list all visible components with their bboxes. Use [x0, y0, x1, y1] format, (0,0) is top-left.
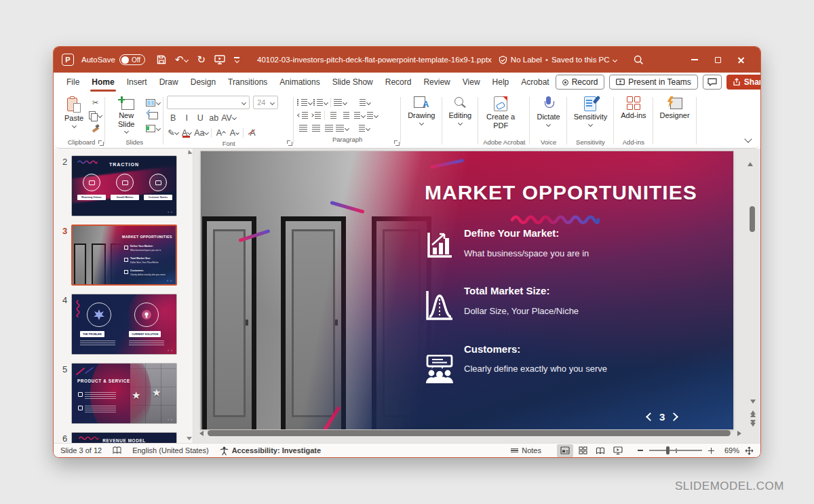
accessibility-checker[interactable]: Accessibility: Investigate: [214, 446, 326, 455]
change-case-button[interactable]: Aa: [194, 126, 208, 139]
redo-icon[interactable]: ↻: [197, 55, 206, 65]
editing-button[interactable]: Editing: [446, 94, 476, 125]
character-spacing-button[interactable]: AV: [221, 111, 236, 124]
spell-check-button[interactable]: [107, 446, 127, 454]
clipboard-dialog-launcher[interactable]: [98, 140, 104, 146]
decrease-indent-button[interactable]: [297, 110, 309, 121]
dictate-button[interactable]: Dictate: [533, 94, 563, 126]
zoom-level[interactable]: 69%: [716, 446, 739, 454]
justify-button[interactable]: [336, 123, 349, 134]
tab-draw[interactable]: Draw: [153, 73, 185, 92]
cut-button[interactable]: ✂: [89, 97, 102, 108]
grow-font-button[interactable]: A: [214, 126, 227, 139]
notes-toggle[interactable]: Notes: [505, 446, 547, 454]
reading-view-button[interactable]: [592, 444, 608, 457]
addins-button[interactable]: Add-ins: [617, 94, 649, 120]
tab-view[interactable]: View: [457, 73, 486, 92]
vertical-scroll-thumb[interactable]: [750, 206, 755, 232]
align-left-button[interactable]: [297, 123, 309, 134]
slide-thumbnail-5[interactable]: ★ ★ PRODUCT & SERVICE ‹ ›: [71, 363, 177, 424]
left-to-right-button[interactable]: [328, 110, 339, 121]
columns-button[interactable]: [353, 110, 365, 121]
slideshow-from-start-icon[interactable]: [214, 55, 225, 64]
zoom-slider-thumb[interactable]: [666, 446, 670, 454]
next-slide-button[interactable]: [748, 420, 758, 427]
tab-design[interactable]: Design: [185, 73, 222, 92]
reset-slide-button[interactable]: [146, 110, 160, 121]
line-spacing-button[interactable]: [334, 97, 347, 108]
tab-review[interactable]: Review: [417, 73, 456, 92]
previous-slide-button[interactable]: [748, 410, 758, 417]
section-body-textbox[interactable]: Dollar Size, Your Place/Niche: [464, 306, 579, 316]
tab-record[interactable]: Record: [379, 73, 418, 92]
zoom-slider[interactable]: [649, 450, 702, 451]
record-button[interactable]: Record: [556, 75, 605, 90]
slideshow-view-button[interactable]: [610, 444, 626, 457]
align-center-button[interactable]: [310, 123, 322, 134]
slide-layout-button[interactable]: [146, 97, 160, 108]
tab-help[interactable]: Help: [486, 73, 516, 92]
slide-canvas[interactable]: MARKET OPPORTUNITIES Define Your Market:…: [201, 151, 733, 429]
close-button[interactable]: [729, 50, 752, 70]
document-title[interactable]: 40102-03-investors-pitch-deck-flat-power…: [257, 56, 492, 64]
present-in-teams-button[interactable]: Present in Teams: [609, 75, 698, 90]
tab-acrobat[interactable]: Acrobat: [515, 73, 555, 92]
new-slide-button[interactable]: New Slide: [109, 94, 144, 133]
tab-animations[interactable]: Animations: [273, 73, 326, 92]
section-heading-textbox[interactable]: Customers:: [464, 343, 520, 355]
font-color-button[interactable]: A: [180, 126, 193, 139]
zoom-in-button[interactable]: [705, 448, 716, 454]
tab-slide-show[interactable]: Slide Show: [326, 73, 379, 92]
section-heading-textbox[interactable]: Define Your Market:: [464, 227, 559, 239]
minimize-button[interactable]: [683, 50, 706, 70]
increase-indent-button[interactable]: [310, 110, 322, 121]
slide-counter[interactable]: Slide 3 of 12: [60, 446, 107, 454]
thumbnail-scrollbar[interactable]: [186, 150, 192, 442]
slide-title-textbox[interactable]: MARKET OPPORTUNITIES: [425, 181, 697, 204]
text-highlight-button[interactable]: ✎: [167, 126, 179, 139]
font-dialog-launcher[interactable]: [286, 140, 292, 146]
section-body-textbox[interactable]: Clearly define exactly who you serve: [464, 364, 607, 374]
sensitivity-label-button[interactable]: No Label • Saved to this PC: [499, 56, 617, 64]
powerpoint-logo-icon[interactable]: P: [62, 54, 74, 66]
align-right-button[interactable]: [323, 123, 334, 134]
drawing-button[interactable]: Drawing: [404, 94, 438, 125]
copy-button[interactable]: [89, 110, 102, 121]
clear-formatting-button[interactable]: A: [246, 126, 258, 139]
tab-home[interactable]: Home: [85, 73, 120, 92]
previous-chevron-icon[interactable]: [646, 412, 655, 421]
tab-transitions[interactable]: Transitions: [222, 73, 273, 92]
underline-button[interactable]: U: [194, 111, 206, 124]
undo-button[interactable]: ↶: [175, 54, 189, 65]
autosave-toggle[interactable]: AutoSave Off: [81, 54, 145, 65]
convert-smartart-button[interactable]: [358, 123, 370, 134]
section-button[interactable]: [146, 123, 160, 134]
italic-button[interactable]: I: [180, 111, 193, 124]
designer-button[interactable]: Designer: [657, 94, 693, 120]
right-to-left-button[interactable]: [341, 110, 352, 121]
text-direction-button[interactable]: [359, 97, 370, 108]
shrink-font-button[interactable]: A: [228, 126, 240, 139]
align-text-button[interactable]: [366, 110, 378, 121]
fit-to-window-button[interactable]: [739, 446, 754, 455]
font-size-select[interactable]: 24: [253, 96, 278, 109]
zoom-out-button[interactable]: [635, 450, 646, 451]
slide-thumbnail-6[interactable]: REVENUE MODEL: [71, 432, 177, 443]
slide-thumbnail-4[interactable]: THE PROBLEM CURRENT SOLUTION ‹ ›: [71, 294, 177, 355]
horizontal-scroll-thumb[interactable]: [208, 430, 731, 436]
next-chevron-icon[interactable]: [670, 412, 678, 421]
tab-insert[interactable]: Insert: [121, 73, 153, 92]
vertical-scrollbar[interactable]: [748, 151, 758, 425]
format-painter-button[interactable]: [89, 123, 102, 134]
maximize-button[interactable]: [706, 50, 729, 70]
slide-sorter-view-button[interactable]: [575, 444, 591, 457]
collapse-ribbon-icon[interactable]: [744, 135, 752, 142]
numbered-list-button[interactable]: [313, 97, 328, 108]
bold-button[interactable]: B: [167, 111, 179, 124]
horizontal-scrollbar[interactable]: [199, 429, 741, 438]
section-body-textbox[interactable]: What business/space you are in: [464, 248, 589, 258]
paste-button[interactable]: Paste: [61, 94, 87, 128]
normal-view-button[interactable]: [557, 444, 573, 457]
slide-thumbnail-3-selected[interactable]: MARKET OPPORTUNITIES Define Your Market:…: [71, 225, 177, 286]
search-icon[interactable]: [634, 55, 644, 65]
